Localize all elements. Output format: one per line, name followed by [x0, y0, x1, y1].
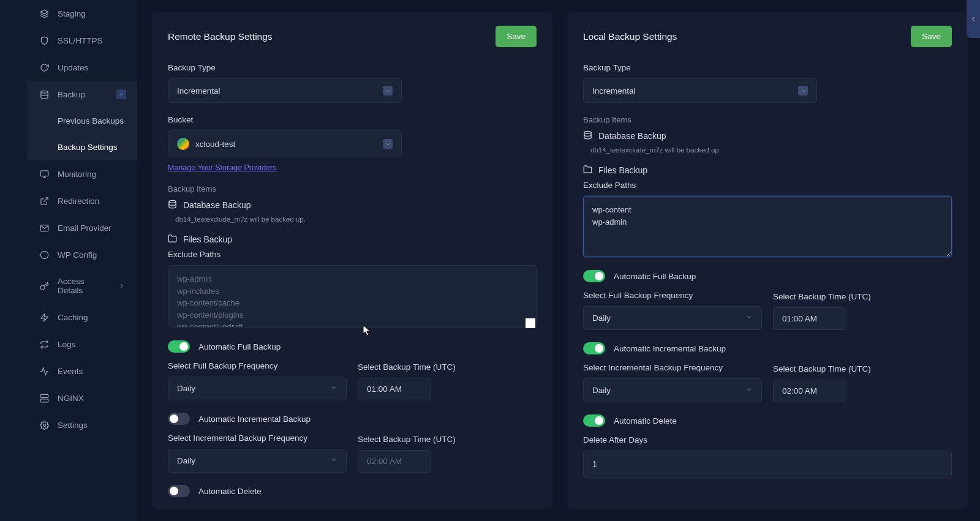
sidebar-sub-backup-settings[interactable]: Backup Settings: [27, 134, 137, 160]
sidebar-sub-previous-backups[interactable]: Previous Backups: [27, 108, 137, 134]
remote-db-backup-header: Database Backup: [168, 200, 537, 211]
shield-icon: [39, 36, 49, 45]
remote-backup-panel: Remote Backup Settings Save Backup Type …: [152, 12, 552, 509]
svg-line-5: [43, 197, 48, 201]
remote-incr-freq-select[interactable]: Daily: [168, 449, 347, 473]
local-backup-panel: Local Backup Settings Save Backup Type I…: [567, 12, 968, 509]
remote-incr-time-input[interactable]: 02:00 AM: [358, 450, 431, 473]
sidebar-item-caching[interactable]: Caching: [27, 304, 137, 331]
exclude-paths-label: Exclude Paths: [168, 250, 537, 259]
remote-exclude-paths-input[interactable]: [168, 265, 537, 328]
remote-save-button[interactable]: Save: [496, 26, 537, 47]
sidebar-item-redirection[interactable]: Redirection: [27, 187, 137, 214]
svg-rect-2: [40, 170, 48, 176]
main-content: Remote Backup Settings Save Backup Type …: [137, 0, 980, 521]
select-value: Daily: [592, 313, 611, 323]
exclude-paths-label: Exclude Paths: [583, 181, 952, 190]
toggle-label: Automatic Incremental Backup: [198, 414, 311, 424]
db-backup-text: Database Backup: [183, 200, 251, 210]
sidebar-backup-submenu: Previous Backups Backup Settings: [27, 108, 137, 160]
incr-freq-label: Select Incremental Backup Frequency: [583, 363, 762, 372]
local-save-button[interactable]: Save: [911, 26, 952, 47]
local-incr-freq-select[interactable]: Daily: [583, 378, 762, 402]
sidebar-item-updates[interactable]: Updates: [27, 54, 137, 81]
local-full-freq-select[interactable]: Daily: [583, 306, 762, 330]
select-value: Daily: [592, 386, 611, 395]
wp-icon: [39, 250, 49, 260]
sidebar-item-access[interactable]: Access Details: [27, 268, 137, 304]
zap-icon: [39, 312, 49, 322]
svg-marker-0: [40, 10, 48, 13]
select-value: Daily: [177, 456, 195, 465]
local-auto-delete-toggle[interactable]: [583, 414, 605, 427]
local-files-backup-header: Files Backup: [583, 165, 952, 176]
db-backup-desc: db14_testexclude_m7z will be backed up.: [168, 216, 537, 223]
local-incr-time-input[interactable]: 02:00 AM: [773, 380, 846, 402]
bucket-value: xcloud-test: [195, 140, 235, 149]
remote-auto-full-toggle[interactable]: [168, 340, 190, 353]
monitor-icon: [39, 169, 49, 179]
remote-auto-incr-toggle[interactable]: [168, 413, 190, 425]
remote-auto-delete-toggle[interactable]: [168, 485, 190, 497]
chevron-down-icon: [330, 384, 337, 393]
sidebar-item-wpconfig[interactable]: WP Config: [27, 241, 137, 268]
incr-freq-label: Select Incremental Backup Frequency: [168, 433, 347, 443]
sidebar-item-label: Access Details: [58, 277, 108, 295]
sidebar-item-logs[interactable]: Logs: [27, 331, 137, 358]
chevron-down-icon: [383, 139, 393, 149]
local-auto-full-toggle[interactable]: [583, 270, 605, 282]
database-icon: [168, 200, 177, 211]
right-collapse-tab[interactable]: [967, 0, 980, 38]
sidebar-item-label: NGINX: [58, 394, 84, 403]
gear-icon: [39, 420, 49, 430]
select-value: Incremental: [177, 86, 221, 96]
full-time-label: Select Backup Time (UTC): [358, 362, 537, 372]
sidebar-item-label: Caching: [58, 313, 88, 322]
local-exclude-paths-input[interactable]: [583, 196, 952, 257]
activity-icon: [39, 366, 49, 376]
sidebar-item-ssl[interactable]: SSL/HTTPS: [27, 27, 137, 54]
local-auto-incr-toggle[interactable]: [583, 342, 605, 354]
database-icon: [583, 130, 592, 141]
select-value: Daily: [177, 384, 195, 393]
chevron-down-icon: [383, 86, 393, 96]
sidebar-item-label: Updates: [58, 63, 88, 72]
remote-full-time-input[interactable]: 01:00 AM: [358, 378, 431, 400]
svg-rect-10: [40, 399, 48, 402]
sidebar-item-staging[interactable]: Staging: [27, 0, 137, 27]
sidebar-item-label: Backup: [58, 90, 85, 99]
db-backup-desc: db14_testexclude_m7z will be backed up.: [583, 146, 952, 154]
svg-point-11: [43, 424, 45, 426]
remote-backup-type-select[interactable]: Incremental: [168, 78, 402, 103]
sidebar-item-backup[interactable]: Backup: [27, 81, 137, 108]
toggle-label: Automatic Delete: [614, 416, 677, 425]
sidebar-item-label: Settings: [58, 421, 88, 430]
delete-days-input[interactable]: [583, 451, 952, 478]
sidebar-item-events[interactable]: Events: [27, 358, 137, 384]
svg-marker-8: [40, 313, 47, 321]
chevron-down-icon: [745, 313, 753, 323]
backup-type-label: Backup Type: [168, 63, 537, 72]
sidebar-item-monitoring[interactable]: Monitoring: [27, 160, 137, 187]
delete-days-label: Delete After Days: [583, 435, 952, 444]
sidebar-item-settings[interactable]: Settings: [27, 411, 137, 438]
full-freq-label: Select Full Backup Frequency: [583, 291, 762, 300]
files-backup-text: Files Backup: [598, 165, 647, 175]
incr-time-label: Select Backup Time (UTC): [773, 364, 952, 373]
sidebar: Staging SSL/HTTPS Updates Backup Previou…: [0, 0, 137, 521]
sidebar-item-email[interactable]: Email Provider: [27, 214, 137, 241]
manage-storage-link[interactable]: Manage Your Storage Providers: [168, 163, 276, 172]
redirect-icon: [39, 196, 49, 206]
backup-items-label: Backup Items: [168, 184, 537, 193]
local-db-backup-header: Database Backup: [583, 130, 952, 141]
bucket-select[interactable]: xcloud-test: [168, 130, 402, 157]
toggle-label: Automatic Delete: [198, 487, 262, 496]
mail-icon: [39, 223, 49, 233]
local-backup-type-select[interactable]: Incremental: [583, 78, 817, 103]
sidebar-item-label: Email Provider: [58, 223, 111, 233]
backup-items-label: Backup Items: [583, 115, 952, 124]
sidebar-item-nginx[interactable]: NGINX: [27, 384, 137, 411]
remote-full-freq-select[interactable]: Daily: [168, 377, 347, 400]
toggle-label: Automatic Full Backup: [614, 272, 696, 281]
local-full-time-input[interactable]: 01:00 AM: [773, 307, 846, 330]
